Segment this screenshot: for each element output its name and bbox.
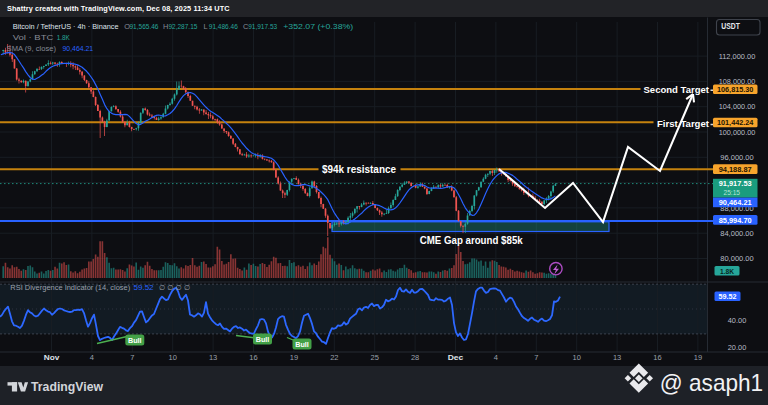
svg-text:Vol · BTC: Vol · BTC <box>13 34 54 42</box>
svg-text:7: 7 <box>130 353 134 362</box>
svg-text:19: 19 <box>290 353 298 362</box>
svg-text:Dec: Dec <box>448 353 464 362</box>
svg-text:∅: ∅ <box>176 284 182 292</box>
svg-text:80,000.00: 80,000.00 <box>720 254 754 263</box>
svg-text:28: 28 <box>411 353 419 362</box>
svg-text:7: 7 <box>534 353 538 362</box>
svg-text:91,486.46: 91,486.46 <box>209 22 238 31</box>
svg-text:13: 13 <box>209 353 217 362</box>
svg-text:CME Gap around $85k: CME Gap around $85k <box>420 235 523 246</box>
svg-text:59.52: 59.52 <box>134 284 154 292</box>
svg-text:10: 10 <box>573 353 581 362</box>
svg-text:101,442.24: 101,442.24 <box>717 118 754 127</box>
svg-text:Bull: Bull <box>256 335 270 344</box>
svg-text:25: 25 <box>371 353 379 362</box>
svg-text:84,000.00: 84,000.00 <box>720 229 754 238</box>
svg-text:Bitcoin / TetherUS · 4h · Bina: Bitcoin / TetherUS · 4h · Binance <box>13 23 119 31</box>
svg-text:40.00: 40.00 <box>728 316 747 325</box>
svg-text:19: 19 <box>694 353 702 362</box>
svg-text:112,000.00: 112,000.00 <box>719 52 756 61</box>
svg-text:13: 13 <box>613 353 621 362</box>
svg-text:100,000.00: 100,000.00 <box>719 128 756 137</box>
svg-text:92,287.15: 92,287.15 <box>168 22 197 31</box>
svg-text:TradingView: TradingView <box>31 380 103 394</box>
svg-text:∅: ∅ <box>184 284 190 292</box>
svg-text:RSI Divergence Indicator (14,: RSI Divergence Indicator (14, close) <box>10 284 130 292</box>
svg-text:$94k resistance: $94k resistance <box>322 164 396 175</box>
svg-text:Bull: Bull <box>128 336 142 345</box>
svg-text:10: 10 <box>169 353 177 362</box>
svg-text:@ asaph1: @ asaph1 <box>660 370 763 396</box>
svg-text:85,994.70: 85,994.70 <box>719 216 752 225</box>
svg-text:USDT: USDT <box>721 22 740 31</box>
svg-text:94,188.87: 94,188.87 <box>719 165 752 174</box>
svg-text:∅: ∅ <box>159 284 165 292</box>
svg-text:20.00: 20.00 <box>728 343 747 352</box>
svg-text:SMA (9, close): SMA (9, close) <box>7 45 56 53</box>
svg-text:59.52: 59.52 <box>719 292 737 301</box>
svg-text:+352.07 (+0.38%): +352.07 (+0.38%) <box>283 22 353 31</box>
svg-text:104,000.00: 104,000.00 <box>719 102 756 111</box>
svg-text:25:15: 25:15 <box>724 188 741 197</box>
svg-text:4: 4 <box>90 353 94 362</box>
svg-text:90,464.21: 90,464.21 <box>63 45 94 53</box>
svg-text:Second Target: Second Target <box>644 84 710 95</box>
svg-text:96,000.00: 96,000.00 <box>720 153 754 162</box>
svg-text:First Target: First Target <box>657 118 710 129</box>
svg-text:L: L <box>204 22 208 31</box>
svg-text:91,917.53: 91,917.53 <box>248 22 277 31</box>
svg-text:1.8K: 1.8K <box>57 34 70 42</box>
svg-text:91,565.46: 91,565.46 <box>130 22 159 31</box>
svg-text:106,815.30: 106,815.30 <box>717 85 754 94</box>
svg-text:90,464.21: 90,464.21 <box>719 198 752 207</box>
svg-text:Bull: Bull <box>295 340 309 349</box>
svg-text:∅: ∅ <box>167 284 173 292</box>
svg-text:16: 16 <box>653 353 661 362</box>
svg-text:22: 22 <box>330 353 338 362</box>
svg-text:Nov: Nov <box>44 353 61 362</box>
svg-text:1.8K: 1.8K <box>720 267 735 276</box>
svg-text:16: 16 <box>249 353 257 362</box>
svg-text:4: 4 <box>494 353 498 362</box>
